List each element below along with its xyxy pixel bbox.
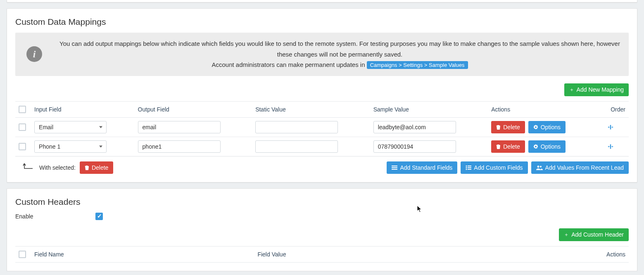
svg-point-3 [466, 165, 467, 166]
mappings-toolbar: ＋ Add New Mapping [15, 83, 629, 96]
col-sample-value: Sample Value [370, 101, 488, 117]
list-icon [392, 165, 397, 170]
col-output-field: Output Field [135, 101, 252, 117]
info-box: i You can add output mappings below whic… [15, 33, 629, 76]
trash-icon [496, 144, 501, 149]
move-icon[interactable] [607, 143, 625, 150]
mappings-footer: With selected: Delete Add Standard Field… [15, 161, 629, 174]
col-actions: Actions [488, 101, 604, 117]
add-custom-header-button[interactable]: ＋ Add Custom Header [559, 228, 629, 241]
plus-icon: ＋ [569, 86, 574, 93]
add-new-mapping-button[interactable]: ＋ Add New Mapping [564, 83, 629, 96]
static-value-input[interactable] [255, 140, 338, 153]
selection-arrow-icon [23, 163, 34, 171]
select-all-checkbox[interactable] [19, 106, 26, 113]
plus-icon: ＋ [564, 231, 569, 238]
trash-icon [496, 125, 501, 130]
users-icon [536, 165, 543, 170]
row-checkbox[interactable] [19, 143, 26, 150]
col-static-value: Static Value [252, 101, 370, 117]
info-text: You can add output mappings below which … [57, 38, 622, 70]
bulk-delete-label: Delete [92, 164, 108, 171]
svg-rect-8 [468, 169, 471, 170]
col-header-actions: Actions [471, 246, 629, 262]
sample-value-input[interactable] [373, 121, 456, 133]
info-text-line2-prefix: Account administrators can make permanen… [211, 61, 366, 68]
mappings-table: Input Field Output Field Static Value Sa… [15, 101, 629, 156]
row-delete-button[interactable]: Delete [491, 140, 525, 153]
svg-rect-1 [392, 167, 397, 168]
col-field-name: Field Name [31, 246, 254, 262]
gear-icon [533, 125, 538, 130]
row-checkbox[interactable] [19, 123, 26, 131]
list-bullet-icon [466, 165, 471, 170]
custom-data-mappings-panel: Custom Data Mappings i You can add outpu… [7, 8, 637, 183]
col-order: Order [604, 101, 629, 117]
svg-rect-2 [392, 169, 397, 170]
custom-headers-panel: Custom Headers Enable ＋ Add Custom Heade… [7, 188, 637, 271]
col-input-field: Input Field [31, 101, 135, 117]
enable-label: Enable [15, 213, 33, 220]
add-values-recent-label: Add Values From Recent Lead [545, 164, 624, 171]
headers-select-all-checkbox[interactable] [19, 251, 26, 258]
svg-point-10 [540, 166, 542, 167]
trash-icon [85, 165, 89, 170]
enable-row: Enable [15, 213, 629, 220]
table-row: EmailDeleteOptions [15, 117, 629, 137]
output-field-input[interactable] [138, 140, 221, 153]
mappings-title: Custom Data Mappings [15, 17, 629, 27]
svg-rect-4 [468, 166, 471, 166]
input-field-select[interactable]: Email [34, 121, 107, 133]
svg-point-5 [466, 167, 467, 168]
svg-rect-6 [468, 167, 471, 168]
col-field-value: Field Value [254, 246, 471, 262]
info-text-line1: You can add output mappings below which … [59, 40, 620, 58]
with-selected-label: With selected: [39, 164, 76, 171]
svg-rect-0 [392, 166, 397, 166]
row-delete-button[interactable]: Delete [491, 121, 525, 133]
sample-value-input[interactable] [373, 140, 456, 153]
add-custom-fields-label: Add Custom Fields [474, 164, 523, 171]
svg-point-7 [466, 168, 467, 170]
info-icon: i [26, 46, 42, 62]
info-icon-wrap: i [22, 46, 47, 62]
headers-title: Custom Headers [15, 197, 629, 207]
svg-point-9 [537, 166, 539, 168]
output-field-input[interactable] [138, 121, 221, 133]
bulk-delete-button[interactable]: Delete [80, 161, 113, 174]
add-new-mapping-label: Add New Mapping [577, 86, 624, 93]
add-standard-fields-button[interactable]: Add Standard Fields [387, 161, 457, 174]
add-custom-fields-button[interactable]: Add Custom Fields [461, 161, 528, 174]
row-options-button[interactable]: Options [528, 121, 566, 133]
headers-toolbar: ＋ Add Custom Header [15, 228, 629, 241]
static-value-input[interactable] [255, 121, 338, 133]
previous-panel-stub [7, 0, 637, 2]
add-values-from-recent-lead-button[interactable]: Add Values From Recent Lead [531, 161, 629, 174]
enable-checkbox[interactable] [95, 213, 103, 220]
table-row: Phone 1DeleteOptions [15, 137, 629, 156]
add-standard-fields-label: Add Standard Fields [400, 164, 452, 171]
add-custom-header-label: Add Custom Header [571, 231, 624, 238]
input-field-select[interactable]: Phone 1 [34, 140, 107, 153]
headers-table: Field Name Field Value Actions [15, 246, 629, 263]
row-options-button[interactable]: Options [528, 140, 566, 153]
gear-icon [533, 144, 538, 149]
sample-values-link[interactable]: Campaigns > Settings > Sample Values [367, 61, 468, 69]
move-icon[interactable] [607, 124, 625, 130]
